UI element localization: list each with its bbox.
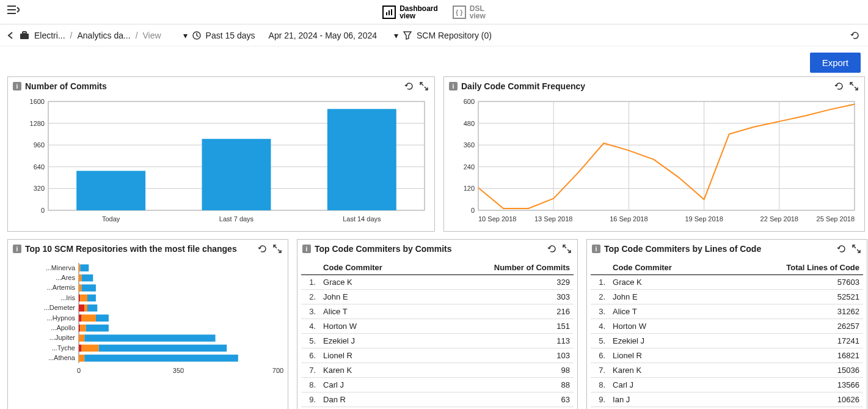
svg-rect-68	[79, 304, 84, 311]
refresh-icon[interactable]	[547, 243, 558, 254]
commiter-name: Dan R	[609, 407, 724, 410]
chevron-down-icon[interactable]: ▾	[183, 31, 188, 40]
svg-text:25 Sep 2018: 25 Sep 2018	[817, 215, 855, 223]
panel-daily-commit-frequency: i Daily Code Commit Frequency 0120240360…	[443, 76, 865, 232]
dashboard-label-top: Dashboard	[399, 5, 438, 12]
briefcase-icon	[20, 31, 29, 40]
panel-top-committers-loc: i Top Code Commiters by Lines of Code Co…	[586, 239, 867, 409]
sidebar-toggle-icon[interactable]	[7, 5, 20, 15]
crumb-page[interactable]: View	[143, 31, 161, 40]
date-range[interactable]: Apr 21, 2024 - May 06, 2024	[269, 31, 377, 40]
info-icon[interactable]: i	[449, 82, 458, 90]
row-index: 10.	[591, 407, 609, 410]
svg-text:...Athena: ...Athena	[48, 354, 76, 361]
refresh-icon[interactable]	[404, 81, 415, 92]
expand-icon[interactable]	[561, 243, 572, 254]
svg-text:...Hypnos: ...Hypnos	[47, 314, 76, 322]
breadcrumb-bar: Electri... / Analytics da... / View ▾ Pa…	[0, 24, 868, 46]
table-row: 2.John E52521	[591, 290, 863, 304]
export-button[interactable]: Export	[810, 53, 861, 73]
svg-text:960: 960	[34, 141, 45, 149]
row-index: 1.	[301, 275, 319, 290]
commiter-name: John E	[319, 290, 432, 304]
dsl-view-button[interactable]: { } DSLview	[450, 4, 488, 21]
info-icon[interactable]: i	[13, 82, 21, 90]
expand-icon[interactable]	[418, 81, 429, 92]
commiter-value: 17241	[724, 334, 863, 348]
table-row: 7.Karen K98	[301, 363, 574, 378]
committers-by-loc-table: Code Commiter Total Lines of Code 1.Grac…	[591, 260, 863, 409]
table-row: 1.Grace K329	[301, 275, 574, 290]
commiter-value: 15036	[724, 363, 863, 378]
row-index: 6.	[301, 348, 319, 363]
row-index: 4.	[591, 319, 609, 334]
crumb-sep2: /	[136, 31, 138, 40]
commiter-name: Carl J	[609, 378, 724, 392]
refresh-icon[interactable]	[257, 243, 268, 254]
svg-rect-69	[84, 304, 87, 311]
panel-top-repos: i Top 10 SCM Repositories with the most …	[7, 239, 288, 409]
table-row: 4.Horton W26257	[591, 319, 863, 334]
commiter-value: 113	[432, 334, 574, 348]
svg-text:350: 350	[173, 367, 184, 374]
svg-text:10 Sep 2018: 10 Sep 2018	[478, 215, 516, 223]
svg-rect-78	[86, 325, 109, 331]
commiter-value: 151	[432, 319, 574, 334]
svg-text:...Tyche: ...Tyche	[51, 344, 75, 352]
svg-text:...Demeter: ...Demeter	[44, 304, 76, 311]
svg-text:120: 120	[464, 185, 475, 192]
svg-rect-3	[20, 34, 29, 39]
svg-text:480: 480	[464, 120, 475, 127]
svg-text:0: 0	[77, 367, 81, 374]
commiter-name: Ian J	[609, 392, 724, 407]
expand-icon[interactable]	[848, 81, 859, 92]
refresh-icon[interactable]	[834, 81, 845, 92]
svg-rect-55	[79, 264, 80, 271]
svg-text:...Apollo: ...Apollo	[51, 324, 75, 331]
commiter-name: Alice T	[319, 304, 432, 319]
scm-filter[interactable]: SCM Repository (0)	[417, 31, 492, 40]
svg-text:Last 7 days: Last 7 days	[219, 215, 254, 223]
refresh-icon[interactable]	[850, 30, 861, 41]
svg-rect-66	[87, 295, 96, 301]
svg-rect-72	[79, 314, 82, 321]
panel-title: Daily Code Commit Frequency	[461, 81, 585, 91]
bottom-grid: i Top 10 SCM Repositories with the most …	[0, 239, 868, 409]
commiter-value: 13566	[724, 378, 863, 392]
row-index: 9.	[301, 392, 319, 407]
row-index: 2.	[591, 290, 609, 304]
expand-icon[interactable]	[272, 243, 283, 254]
top-grid: i Number of Commits 032064096012801600To…	[0, 76, 868, 239]
commiter-name: Horton W	[319, 319, 432, 334]
info-icon[interactable]: i	[13, 245, 21, 253]
table-row: 3.Alice T31262	[591, 304, 863, 319]
svg-rect-77	[80, 325, 86, 331]
chevron-down-icon[interactable]: ▾	[394, 31, 398, 40]
col-number: Total Lines of Code	[724, 260, 863, 275]
info-icon[interactable]: i	[302, 245, 311, 253]
time-range-label[interactable]: Past 15 days	[206, 31, 255, 40]
svg-rect-19	[76, 171, 145, 210]
svg-rect-81	[84, 334, 215, 341]
expand-icon[interactable]	[851, 243, 862, 254]
refresh-icon[interactable]	[836, 243, 847, 254]
commiter-value: 98	[432, 363, 574, 378]
info-icon[interactable]: i	[592, 245, 600, 253]
row-index: 5.	[591, 334, 609, 348]
dashboard-view-button[interactable]: Dashboardview	[380, 4, 440, 21]
svg-rect-70	[87, 304, 97, 311]
row-index: 6.	[591, 348, 609, 363]
back-arrow-icon[interactable]	[7, 32, 15, 39]
svg-rect-0	[386, 12, 387, 15]
svg-rect-2	[391, 9, 392, 15]
top-bar: Dashboardview { } DSLview	[0, 0, 868, 24]
row-index: 4.	[301, 319, 319, 334]
dashboard-label-bot: view	[399, 12, 438, 20]
crumb-project[interactable]: Electri...	[34, 31, 65, 40]
crumb-folder[interactable]: Analytics da...	[77, 31, 130, 40]
svg-text:...Jupiter: ...Jupiter	[49, 334, 76, 341]
row-index: 7.	[301, 363, 319, 378]
panel-title: Number of Commits	[25, 81, 107, 91]
col-number: Number of Commits	[432, 260, 574, 275]
crumb-sep: /	[70, 31, 73, 40]
